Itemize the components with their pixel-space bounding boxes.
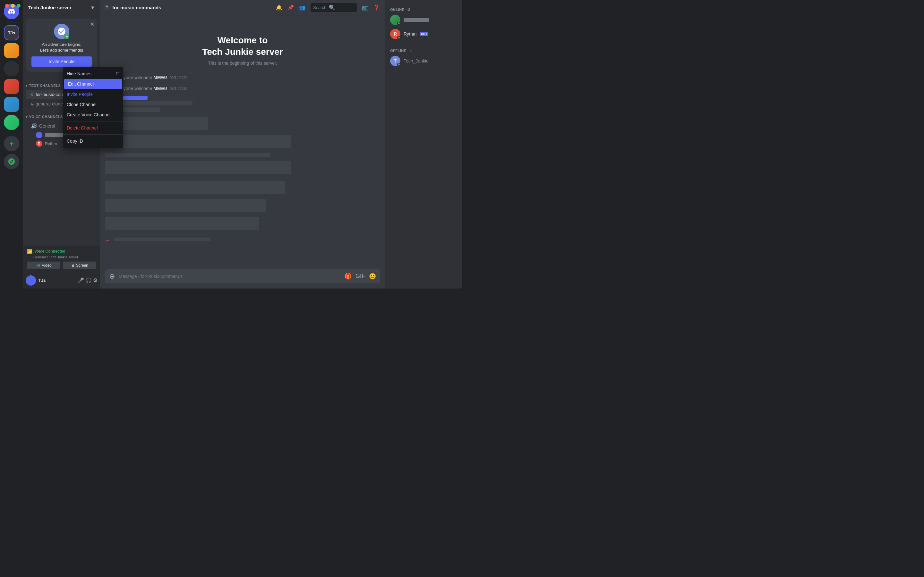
top-bar-icons: 🔔 📌 👥 Search 🔍 📺 ❓ (276, 3, 380, 12)
channel-name-2: general-clone (36, 101, 63, 106)
top-bar: # for-music-commands 🔔 📌 👥 Search 🔍 📺 ❓ (100, 0, 385, 15)
help-icon[interactable]: ❓ (373, 5, 380, 11)
member-item-rythm[interactable]: R Rythm BOT (388, 27, 459, 41)
deafen-icon[interactable]: 🎧 (86, 277, 92, 284)
voice-status: 📶 Voice Connected (27, 249, 96, 254)
popup-card: ✕ An adventure begins. Let's add some fr… (26, 19, 97, 72)
server-name: Tech Junkie server (28, 5, 71, 10)
mute-icon[interactable]: 🎤 (78, 277, 84, 284)
voice-connected-bar: 📶 Voice Connected General / Tech Junkie … (23, 246, 100, 272)
blurred-content-5 (100, 180, 385, 198)
voice-channel-name: General (39, 123, 55, 129)
blurred-content-4 (100, 152, 385, 177)
popup-close-button[interactable]: ✕ (90, 21, 94, 27)
maximize-button[interactable] (17, 4, 21, 8)
add-server-button[interactable]: + (4, 136, 19, 151)
popup-invite-button[interactable]: Invite People (31, 56, 92, 67)
message-input-field[interactable] (119, 274, 341, 279)
emoji-icon[interactable]: 😊 (369, 273, 376, 280)
video-button[interactable]: 📹 Video (27, 261, 60, 269)
server-header[interactable]: Tech Junkie server ▼ (23, 0, 100, 15)
offline-section-header: OFFLINE—1 (388, 46, 459, 54)
context-hide-names[interactable]: Hide Names ☐ (63, 69, 123, 79)
server-list: TJs + (0, 0, 23, 288)
gif-icon[interactable]: GIF (355, 273, 365, 280)
member-avatar-offline-1: T (390, 56, 401, 66)
context-copy-id[interactable]: Copy ID (63, 136, 123, 146)
minimize-button[interactable] (11, 4, 15, 8)
voice-controls: 📹 Video 🖥 Screen (27, 261, 96, 269)
server-icon-5[interactable] (4, 115, 19, 130)
voice-user-avatar-rythm: R (36, 140, 42, 147)
server-icon-2[interactable] (4, 61, 19, 76)
member-name-offline-1: Tech_Junkie (404, 58, 429, 63)
blurred-content-3 (100, 134, 385, 152)
member-item-offline-1[interactable]: T Tech_Junkie (388, 54, 459, 68)
member-name-rythm: Rythm (404, 31, 417, 37)
server-icon-1[interactable] (4, 43, 19, 58)
system-arrow-3: → (105, 237, 110, 243)
user-bar: TJs 🎤 🎧 ⚙ (23, 272, 100, 288)
signal-icon: 📶 (27, 249, 32, 254)
inbox-icon[interactable]: 📺 (362, 5, 368, 11)
members-icon[interactable]: 👥 (299, 5, 305, 11)
server-divider-2 (6, 133, 17, 133)
blurred-content-2 (100, 116, 385, 134)
gift-icon[interactable]: 🎁 (344, 273, 352, 280)
member-item-online-1[interactable] (388, 13, 459, 27)
messages-area[interactable]: Welcome to Tech Junkie server This is th… (100, 15, 385, 269)
context-create-voice[interactable]: Create Voice Channel (63, 110, 123, 120)
blurred-content-7 (100, 216, 385, 234)
main-content: # for-music-commands 🔔 📌 👥 Search 🔍 📺 ❓ … (100, 0, 385, 288)
hash-icon-topbar: # (105, 4, 108, 11)
server-icon-tjs[interactable]: TJs (4, 25, 19, 40)
checkbox-icon: ☐ (116, 71, 120, 76)
context-clone-channel[interactable]: Clone Channel (63, 99, 123, 110)
pin-icon[interactable]: 📌 (288, 5, 294, 11)
user-info: TJs (39, 278, 75, 283)
bot-badge-rythm: BOT (420, 32, 428, 36)
member-name-online-1 (404, 18, 429, 22)
explore-servers-button[interactable] (4, 154, 19, 169)
system-message-3: → (100, 236, 385, 245)
member-list: ONLINE—2 R Rythm BOT OFFLINE—1 T Tech_Ju… (385, 0, 462, 288)
popup-text: An adventure begins. Let's add some frie… (31, 42, 92, 53)
user-name: TJs (39, 278, 75, 283)
notification-icon[interactable]: 🔔 (276, 5, 282, 11)
voice-user-avatar-1 (36, 132, 42, 138)
speaker-icon: 🔊 (31, 123, 37, 129)
member-status-online-1 (397, 22, 401, 25)
voice-location: General / Tech Junkie server (33, 255, 96, 259)
screen-icon: 🖥 (71, 263, 75, 268)
screen-button[interactable]: 🖥 Screen (63, 261, 96, 269)
settings-icon-user[interactable]: ⚙ (93, 277, 97, 284)
search-box[interactable]: Search 🔍 (310, 3, 357, 12)
online-section-header: ONLINE—2 (388, 5, 459, 13)
close-button[interactable] (5, 4, 9, 8)
context-divider-2 (63, 134, 123, 135)
welcome-banner: Welcome to Tech Junkie server This is th… (100, 22, 385, 72)
context-delete-channel[interactable]: Delete Channel (63, 123, 123, 133)
welcome-title: Welcome to Tech Junkie server (107, 35, 379, 58)
member-avatar-online-1 (390, 15, 401, 25)
video-icon: 📹 (36, 263, 40, 268)
context-edit-channel[interactable]: Edit Channel (64, 79, 122, 89)
channel-name-header: for-music-commands (112, 5, 162, 10)
message-input-icons: 🎁 GIF 😊 (344, 273, 376, 280)
chevron-down-icon: ▼ (90, 5, 95, 10)
message-attach-button[interactable]: ⊕ (109, 272, 115, 280)
popup-avatar (54, 24, 69, 39)
server-icon-3[interactable] (4, 79, 19, 94)
user-avatar (26, 276, 36, 285)
server-icon-4[interactable] (4, 97, 19, 112)
search-icon: 🔍 (329, 5, 335, 11)
context-invite-people[interactable]: Invite People (63, 89, 123, 99)
member-status-rythm (397, 36, 401, 39)
user-controls: 🎤 🎧 ⚙ (78, 277, 97, 284)
member-status-offline-1 (397, 63, 401, 66)
message-input-inner: ⊕ 🎁 GIF 😊 (105, 269, 380, 284)
context-menu: Hide Names ☐ Edit Channel Invite People … (63, 67, 123, 148)
message-row-1: M (100, 95, 385, 115)
message-input-bar: ⊕ 🎁 GIF 😊 (100, 269, 385, 288)
message-content-1 (122, 96, 380, 114)
